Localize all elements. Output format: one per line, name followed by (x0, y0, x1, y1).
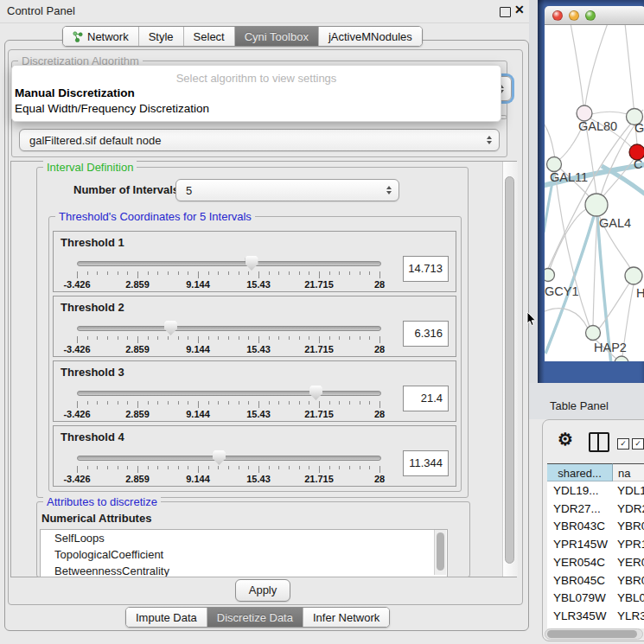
table-row[interactable]: YBL079WYBL0 (547, 589, 644, 607)
network-node[interactable] (586, 326, 601, 341)
slider-tick (369, 401, 370, 405)
table-row[interactable]: YBR043CYBR0 (547, 517, 644, 535)
network-node-label: C (634, 157, 642, 171)
algorithm-option-equal-width-frequency-discretization[interactable]: Equal Width/Frequency Discretization (14, 102, 209, 115)
attribute-item-selfloops[interactable]: SelfLoops (41, 530, 447, 546)
slider-thumb[interactable] (213, 450, 226, 465)
gear-icon[interactable]: ⚙ (558, 429, 573, 450)
slider-tick (299, 466, 300, 469)
slider-tick (228, 336, 229, 340)
slider-thumb[interactable] (245, 256, 258, 271)
slider-track[interactable] (77, 261, 381, 266)
network-node[interactable] (585, 194, 608, 216)
tab-label: jActiveMNodules (328, 30, 412, 43)
slider-tick (127, 271, 128, 275)
network-node[interactable] (547, 157, 562, 172)
top-tab-bar: NetworkStyleSelectCyni ToolboxjActiveMNo… (62, 26, 423, 47)
slider-tick (329, 401, 330, 405)
slider-tick-label: 28 (374, 344, 385, 354)
float-window-icon[interactable] (500, 7, 511, 17)
close-icon[interactable]: ✕ (514, 3, 525, 16)
network-edge (593, 216, 597, 326)
slider-track[interactable] (77, 391, 381, 396)
cell-shared-name: YDL19... (553, 481, 599, 500)
table-row[interactable]: YDL19...YDL1 (547, 481, 644, 500)
zoom-traffic-light-icon[interactable] (585, 10, 596, 21)
slider-thumb[interactable] (164, 321, 177, 335)
network-window-titlebar[interactable] (545, 6, 644, 25)
slider-tick (178, 271, 179, 275)
table-data-select[interactable]: galFiltered.sif default node (19, 129, 500, 151)
tab-select[interactable]: Select (183, 27, 234, 46)
cell-shared-name: YLR345W (553, 607, 607, 625)
slider-tick (239, 466, 239, 469)
network-edge (585, 25, 608, 105)
slider-tick-label: 2.859 (125, 409, 150, 419)
tab-infer-network[interactable]: Infer Network (303, 608, 389, 627)
apply-button[interactable]: Apply (235, 579, 290, 602)
table-row[interactable]: YER054CYER0 (547, 553, 644, 571)
network-node[interactable] (545, 269, 555, 282)
checkbox-icon[interactable]: ✓ (617, 438, 629, 450)
slider-tick (97, 466, 98, 469)
column-header-shared-name[interactable]: shared... (547, 463, 613, 481)
slider-tick (218, 336, 219, 340)
slider-tick (349, 466, 350, 469)
table-row[interactable]: YBR045CYBR0 (547, 571, 644, 590)
column-header-name[interactable]: na (613, 463, 644, 481)
list-scrollbar-thumb[interactable] (437, 532, 444, 571)
slider-tick (127, 466, 128, 469)
cell-name: YDL1 (617, 481, 644, 500)
cell-name: YPR1 (617, 535, 644, 553)
slider-tick (379, 271, 380, 278)
slider-tick-label: 15.43 (246, 344, 271, 354)
slider-tick (107, 466, 108, 469)
table-row[interactable]: YLR345WYLR3 (547, 607, 644, 625)
vertical-scrollbar-thumb[interactable] (505, 176, 514, 564)
numerical-attributes-label: Numerical Attributes (41, 512, 151, 525)
slider-tick (248, 271, 249, 275)
column-layout-icon[interactable] (589, 432, 609, 452)
slider-tick (319, 271, 320, 278)
threshold-value-input[interactable]: 11.344 (403, 450, 449, 476)
attribute-item-topologicalcoefficient[interactable]: TopologicalCoefficient (41, 546, 447, 563)
slider-track[interactable] (77, 456, 381, 461)
network-canvas[interactable]: GAL80GACGAL11GAL4GCY1HHAP2 (545, 25, 644, 361)
slider-tick (97, 336, 98, 340)
slider-tick (258, 401, 259, 408)
numerical-attributes-list[interactable]: SelfLoopsTopologicalCoefficientBetweenne… (40, 529, 448, 577)
slider-tick (188, 336, 188, 340)
table-row[interactable]: YPR145WYPR1 (547, 535, 644, 553)
bottom-tab-bar: Impute DataDiscretize DataInfer Network (125, 607, 390, 628)
cell-shared-name: YBR045C (553, 571, 605, 590)
tab-impute-data[interactable]: Impute Data (126, 608, 207, 627)
algorithm-dropdown-popup: Select algorithm to view settings Manual… (11, 65, 501, 122)
checkbox-icon[interactable]: ✓ (632, 438, 644, 450)
slider-tick-label: 9.144 (186, 344, 210, 354)
tab-network[interactable]: Network (63, 27, 138, 46)
threshold-value-input[interactable]: 6.316 (403, 321, 449, 347)
horizontal-scrollbar-thumb[interactable] (547, 630, 637, 638)
threshold-value-input[interactable]: 14.713 (403, 256, 449, 282)
attribute-item-betweennesscentrality[interactable]: BetweennessCentrality (41, 563, 447, 577)
tab-jactivemnodules[interactable]: jActiveMNodules (318, 27, 422, 46)
slider-tick (258, 336, 259, 343)
tab-discretize-data[interactable]: Discretize Data (207, 608, 303, 627)
tab-style[interactable]: Style (138, 27, 183, 46)
network-node[interactable] (615, 356, 628, 361)
threshold-value-input[interactable]: 21.4 (403, 386, 449, 411)
close-traffic-light-icon[interactable] (552, 10, 563, 21)
slider-tick (198, 466, 199, 473)
network-node[interactable] (625, 267, 642, 284)
slider-thumb[interactable] (309, 386, 322, 400)
tab-cyni-toolbox[interactable]: Cyni Toolbox (234, 27, 318, 46)
slider-tick-label: 9.144 (186, 279, 210, 290)
minimize-traffic-light-icon[interactable] (569, 10, 579, 21)
slider-tick (278, 336, 279, 340)
list-scrollbar-track[interactable] (434, 530, 446, 575)
number-of-intervals-select[interactable]: 5 (175, 179, 399, 201)
slider-tick (239, 336, 239, 340)
slider-track[interactable] (77, 326, 381, 331)
algorithm-option-manual-discretization[interactable]: Manual Discretization (14, 86, 135, 99)
table-row[interactable]: YDR27...YDR2 (547, 500, 644, 518)
